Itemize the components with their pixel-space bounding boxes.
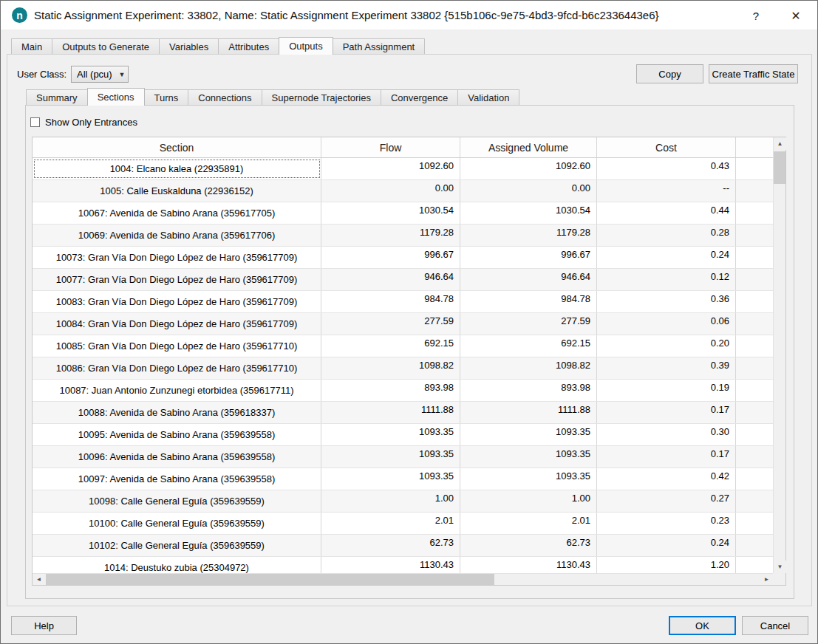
cell-assigned-volume[interactable]: 984.78 bbox=[460, 291, 597, 312]
cell-assigned-volume[interactable]: 946.64 bbox=[460, 269, 597, 290]
table-row[interactable]: 10083: Gran Vía Don Diego López de Haro … bbox=[33, 291, 773, 313]
cell-flow[interactable]: 1.00 bbox=[321, 490, 460, 512]
cell-filler[interactable] bbox=[736, 402, 773, 423]
cell-cost[interactable]: 0.19 bbox=[597, 380, 736, 401]
create-traffic-state-button[interactable]: Create Traffic State bbox=[709, 64, 798, 83]
cell-section[interactable]: 1004: Elcano kalea (22935891) bbox=[33, 158, 321, 179]
column-header-cost[interactable]: Cost bbox=[597, 137, 736, 158]
scroll-down-icon[interactable]: ▼ bbox=[774, 561, 786, 573]
cell-filler[interactable] bbox=[736, 490, 773, 512]
cell-flow[interactable]: 692.15 bbox=[321, 335, 460, 357]
table-row[interactable]: 1014: Deustuko zubia (25304972)1130.4311… bbox=[33, 557, 773, 573]
cell-cost[interactable]: 0.12 bbox=[597, 269, 736, 290]
tab-outputs[interactable]: Outputs bbox=[279, 37, 333, 55]
cell-flow[interactable]: 1098.82 bbox=[321, 357, 460, 379]
subtab-summary[interactable]: Summary bbox=[26, 89, 88, 105]
ok-button[interactable]: OK bbox=[669, 616, 736, 635]
cell-cost[interactable]: 0.30 bbox=[597, 424, 736, 445]
cell-cost[interactable]: 0.17 bbox=[597, 446, 736, 467]
cell-assigned-volume[interactable]: 1030.54 bbox=[460, 202, 597, 224]
cell-flow[interactable]: 946.64 bbox=[321, 269, 460, 290]
table-row[interactable]: 10086: Gran Vía Don Diego López de Haro … bbox=[33, 357, 773, 380]
horizontal-scrollbar-thumb[interactable] bbox=[46, 574, 494, 585]
subtab-supernode-trajectories[interactable]: Supernode Trajectories bbox=[262, 89, 381, 105]
cell-section[interactable]: 10086: Gran Vía Don Diego López de Haro … bbox=[33, 357, 321, 379]
cell-filler[interactable] bbox=[736, 357, 773, 379]
cell-cost[interactable]: -- bbox=[597, 180, 736, 202]
cell-cost[interactable]: 0.43 bbox=[597, 158, 736, 179]
cell-assigned-volume[interactable]: 692.15 bbox=[460, 335, 597, 357]
user-class-select[interactable]: All (pcu) ▼ bbox=[71, 66, 129, 83]
table-row[interactable]: 10088: Avenida de Sabino Arana (35961833… bbox=[33, 402, 773, 424]
cell-cost[interactable]: 0.44 bbox=[597, 202, 736, 224]
horizontal-scrollbar[interactable]: ◄ ► bbox=[33, 573, 773, 585]
column-header-assigned-volume[interactable]: Assigned Volume bbox=[460, 137, 597, 158]
cell-section[interactable]: 10102: Calle General Eguía (359639559) bbox=[33, 535, 321, 556]
cell-section[interactable]: 10097: Avenida de Sabino Arana (35963955… bbox=[33, 468, 321, 490]
column-header-flow[interactable]: Flow bbox=[321, 137, 460, 158]
cell-filler[interactable] bbox=[736, 247, 773, 268]
table-row[interactable]: 10097: Avenida de Sabino Arana (35963955… bbox=[33, 468, 773, 490]
table-row[interactable]: 10077: Gran Vía Don Diego López de Haro … bbox=[33, 269, 773, 291]
cell-section[interactable]: 10088: Avenida de Sabino Arana (35961833… bbox=[33, 402, 321, 423]
tab-path-assignment[interactable]: Path Assignment bbox=[333, 38, 426, 54]
cell-filler[interactable] bbox=[736, 468, 773, 490]
cell-filler[interactable] bbox=[736, 225, 773, 246]
cell-flow[interactable]: 1111.88 bbox=[321, 402, 460, 423]
cell-assigned-volume[interactable]: 277.59 bbox=[460, 313, 597, 335]
cell-filler[interactable] bbox=[736, 424, 773, 445]
cell-section[interactable]: 10067: Avenida de Sabino Arana (35961770… bbox=[33, 202, 321, 224]
subtab-validation[interactable]: Validation bbox=[457, 89, 519, 105]
cell-flow[interactable]: 0.00 bbox=[321, 180, 460, 202]
table-row[interactable]: 10095: Avenida de Sabino Arana (35963955… bbox=[33, 424, 773, 446]
cell-assigned-volume[interactable]: 1093.35 bbox=[460, 468, 597, 490]
cell-flow[interactable]: 62.73 bbox=[321, 535, 460, 556]
cell-cost[interactable]: 0.39 bbox=[597, 357, 736, 379]
cell-cost[interactable]: 0.24 bbox=[597, 535, 736, 556]
cell-cost[interactable]: 0.36 bbox=[597, 291, 736, 312]
cell-assigned-volume[interactable]: 2.01 bbox=[460, 513, 597, 534]
table-row[interactable]: 10098: Calle General Eguía (359639559)1.… bbox=[33, 490, 773, 513]
cell-assigned-volume[interactable]: 1.00 bbox=[460, 490, 597, 512]
cell-filler[interactable] bbox=[736, 513, 773, 534]
cell-flow[interactable]: 1179.28 bbox=[321, 225, 460, 246]
subtab-turns[interactable]: Turns bbox=[144, 89, 189, 105]
cell-assigned-volume[interactable]: 1093.35 bbox=[460, 424, 597, 445]
table-row[interactable]: 10087: Juan Antonio Zunzunegi etorbidea … bbox=[33, 380, 773, 402]
tab-attributes[interactable]: Attributes bbox=[218, 38, 279, 54]
table-row[interactable]: 10100: Calle General Eguía (359639559)2.… bbox=[33, 513, 773, 535]
cell-assigned-volume[interactable]: 1098.82 bbox=[460, 357, 597, 379]
subtab-sections[interactable]: Sections bbox=[87, 88, 145, 106]
cell-cost[interactable]: 1.20 bbox=[597, 557, 736, 573]
table-row[interactable]: 10085: Gran Vía Don Diego López de Haro … bbox=[33, 335, 773, 357]
cell-filler[interactable] bbox=[736, 313, 773, 335]
cell-cost[interactable]: 0.28 bbox=[597, 225, 736, 246]
cell-assigned-volume[interactable]: 1111.88 bbox=[460, 402, 597, 423]
table-row[interactable]: 1005: Calle Euskalduna (22936152)0.000.0… bbox=[33, 180, 773, 202]
copy-button[interactable]: Copy bbox=[636, 64, 703, 83]
cell-flow[interactable]: 893.98 bbox=[321, 380, 460, 401]
help-button[interactable]: Help bbox=[11, 616, 77, 635]
cell-flow[interactable]: 1030.54 bbox=[321, 202, 460, 224]
cell-flow[interactable]: 2.01 bbox=[321, 513, 460, 534]
cell-section[interactable]: 10085: Gran Vía Don Diego López de Haro … bbox=[33, 335, 321, 357]
cell-assigned-volume[interactable]: 0.00 bbox=[460, 180, 597, 202]
vertical-scrollbar[interactable]: ▲ ▼ bbox=[773, 137, 785, 573]
cell-filler[interactable] bbox=[736, 446, 773, 467]
cell-flow[interactable]: 277.59 bbox=[321, 313, 460, 335]
cell-flow[interactable]: 1092.60 bbox=[321, 158, 460, 179]
cell-flow[interactable]: 984.78 bbox=[321, 291, 460, 312]
cell-section[interactable]: 10073: Gran Vía Don Diego López de Haro … bbox=[33, 247, 321, 268]
cell-cost[interactable]: 0.20 bbox=[597, 335, 736, 357]
cell-section[interactable]: 1014: Deustuko zubia (25304972) bbox=[33, 557, 321, 573]
cell-section[interactable]: 10083: Gran Vía Don Diego López de Haro … bbox=[33, 291, 321, 312]
cell-section[interactable]: 1005: Calle Euskalduna (22936152) bbox=[33, 180, 321, 202]
cell-assigned-volume[interactable]: 893.98 bbox=[460, 380, 597, 401]
cell-filler[interactable] bbox=[736, 269, 773, 290]
cell-section[interactable]: 10077: Gran Vía Don Diego López de Haro … bbox=[33, 269, 321, 290]
table-row[interactable]: 10096: Avenida de Sabino Arana (35963955… bbox=[33, 446, 773, 468]
tab-variables[interactable]: Variables bbox=[159, 38, 219, 54]
cell-filler[interactable] bbox=[736, 158, 773, 179]
cell-filler[interactable] bbox=[736, 202, 773, 224]
table-row[interactable]: 10084: Gran Vía Don Diego López de Haro … bbox=[33, 313, 773, 335]
